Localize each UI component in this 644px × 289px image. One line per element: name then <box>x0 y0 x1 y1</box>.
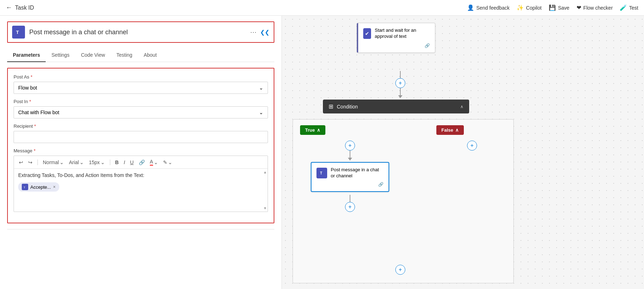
connector-approval-condition: + <box>395 71 405 98</box>
flow-checker-icon: ❤ <box>577 4 581 11</box>
copilot-button[interactable]: ✨ Copilot <box>517 4 542 11</box>
topbar: ← Task ID 👤 Send feedback ✨ Copilot 💾 Sa… <box>0 0 644 16</box>
condition-node[interactable]: ⊞ Condition ∧ <box>323 100 469 113</box>
message-field: Message * ↩ ↪ Normal ⌄ Arial <box>14 148 268 212</box>
font-color-chevron-icon: ⌄ <box>154 159 158 165</box>
recipient-field: Recipient * <box>14 123 268 143</box>
scrollbar-down-button[interactable]: ▼ <box>263 206 267 210</box>
feedback-icon: 👤 <box>467 4 474 11</box>
rte-tag-icon: T <box>22 184 28 190</box>
more-options-button[interactable]: ⋯ <box>250 28 257 36</box>
add-button-1[interactable]: + <box>395 78 405 88</box>
tab-code-view[interactable]: Code View <box>75 49 111 62</box>
approval-chain-icon: 🔗 <box>363 43 430 48</box>
copilot-icon: ✨ <box>517 4 524 11</box>
flow-checker-button[interactable]: ❤ Flow checker <box>577 4 613 11</box>
true-branch: True ∧ + <box>300 125 400 212</box>
underline-button[interactable]: U <box>129 159 135 166</box>
font-dropdown[interactable]: Arial ⌄ <box>67 159 85 166</box>
scrollbar-up-button[interactable]: ▲ <box>263 170 267 174</box>
connector-line-2 <box>400 88 401 95</box>
test-button[interactable]: 🧪 Test <box>620 4 638 11</box>
panel-header: T Post message in a chat or channel ⋯ ❮❮ <box>7 21 274 43</box>
link-button[interactable]: 🔗 <box>137 159 146 166</box>
flow-canvas: ✔ Start and wait for an approval of text… <box>282 16 644 289</box>
rte-tag: T Accepte... × <box>18 182 59 192</box>
post-msg-title: Post message in a chat or channel <box>331 167 384 179</box>
post-as-chevron-icon: ⌄ <box>259 85 263 91</box>
post-in-select[interactable]: Chat with Flow bot ⌄ <box>14 106 268 118</box>
bold-button[interactable]: B <box>114 159 120 166</box>
rte-content-area[interactable]: Extracting Tasks, To-Dos, and Action Ite… <box>14 169 268 212</box>
approval-node-icon: ✔ <box>363 28 371 39</box>
panel-header-right: ⋯ ❮❮ <box>250 28 269 36</box>
false-branch-content: + <box>436 141 508 151</box>
redo-button[interactable]: ↪ <box>27 159 34 166</box>
add-button-false[interactable]: + <box>467 141 477 151</box>
italic-button[interactable]: I <box>122 159 127 166</box>
rte-scrollbar[interactable]: ▲ ▼ <box>263 169 267 212</box>
message-label: Message * <box>14 148 268 153</box>
undo-button[interactable]: ↩ <box>17 159 25 166</box>
message-rich-text-editor[interactable]: ↩ ↪ Normal ⌄ Arial ⌄ 15px <box>14 156 268 212</box>
size-chevron-icon: ⌄ <box>101 159 105 165</box>
topbar-right: 👤 Send feedback ✨ Copilot 💾 Save ❤ Flow … <box>467 4 638 11</box>
test-icon: 🧪 <box>620 4 627 11</box>
size-dropdown[interactable]: 15px ⌄ <box>87 159 106 166</box>
post-in-chevron-icon: ⌄ <box>259 110 263 115</box>
condition-collapse-button[interactable]: ∧ <box>460 104 463 109</box>
condition-node-icon: ⊞ <box>329 103 333 110</box>
add-button-true[interactable]: + <box>345 141 355 151</box>
tab-testing[interactable]: Testing <box>111 49 138 62</box>
approval-node[interactable]: ✔ Start and wait for an approval of text… <box>357 23 435 53</box>
tabs-bar: Parameters Settings Code View Testing Ab… <box>7 49 274 62</box>
post-msg-node[interactable]: T Post message in a chat or channel 🔗 <box>311 162 389 192</box>
bottom-add-container: + <box>395 265 405 275</box>
rte-text: Extracting Tasks, To-Dos, and Action Ite… <box>18 172 263 178</box>
post-as-label: Post As * <box>14 74 268 80</box>
topbar-left: ← Task ID <box>6 4 467 11</box>
connector-line-1 <box>400 71 401 78</box>
action-icon: T <box>12 26 25 39</box>
post-as-field: Post As * Flow bot ⌄ <box>14 74 268 94</box>
panel-title: Post message in a chat or channel <box>29 29 128 36</box>
rte-tag-close-button[interactable]: × <box>53 184 56 189</box>
post-msg-connector-line <box>350 195 350 202</box>
style-chevron-icon: ⌄ <box>60 159 64 165</box>
true-connector-arrow <box>348 158 352 161</box>
tab-about[interactable]: About <box>138 49 163 62</box>
font-chevron-icon: ⌄ <box>80 159 84 165</box>
branch-container: True ∧ + <box>293 119 514 283</box>
false-branch: False ∧ + <box>436 125 508 151</box>
form-section: Post As * Flow bot ⌄ Post In * Chat with… <box>7 68 274 223</box>
topbar-title: Task ID <box>15 5 34 11</box>
add-button-bottom[interactable]: + <box>395 265 405 275</box>
condition-node-left: ⊞ Condition <box>329 103 358 110</box>
recipient-input[interactable] <box>14 131 268 143</box>
true-branch-label[interactable]: True ∧ <box>300 125 325 135</box>
post-as-select[interactable]: Flow bot ⌄ <box>14 82 268 94</box>
add-button-true-bottom[interactable]: + <box>345 202 355 212</box>
false-branch-label[interactable]: False ∧ <box>436 125 464 135</box>
rte-tag-label: Accepte... <box>30 184 51 190</box>
flow-canvas-inner: ✔ Start and wait for an approval of text… <box>282 16 644 289</box>
collapse-button[interactable]: ❮❮ <box>260 29 269 36</box>
save-button[interactable]: 💾 Save <box>549 4 569 11</box>
recipient-label: Recipient * <box>14 123 268 129</box>
tab-parameters[interactable]: Parameters <box>7 49 46 62</box>
tab-settings[interactable]: Settings <box>46 49 75 62</box>
back-button[interactable]: ← <box>6 4 12 11</box>
rte-toolbar: ↩ ↪ Normal ⌄ Arial ⌄ 15px <box>14 156 268 169</box>
toolbar-separator-1 <box>37 159 38 165</box>
true-chevron-icon: ∧ <box>317 127 320 133</box>
post-in-field: Post In * Chat with Flow bot ⌄ <box>14 99 268 118</box>
highlight-button[interactable]: ✎ ⌄ <box>162 159 174 166</box>
style-dropdown[interactable]: Normal ⌄ <box>41 159 65 166</box>
svg-text:T: T <box>16 30 19 35</box>
post-in-label: Post In * <box>14 99 268 104</box>
left-divider <box>7 229 274 229</box>
main-area: T Post message in a chat or channel ⋯ ❮❮… <box>0 16 644 289</box>
approval-node-title: Start and wait for an approval of text <box>375 27 430 40</box>
font-color-button[interactable]: A ⌄ <box>148 158 159 166</box>
send-feedback-button[interactable]: 👤 Send feedback <box>467 4 509 11</box>
